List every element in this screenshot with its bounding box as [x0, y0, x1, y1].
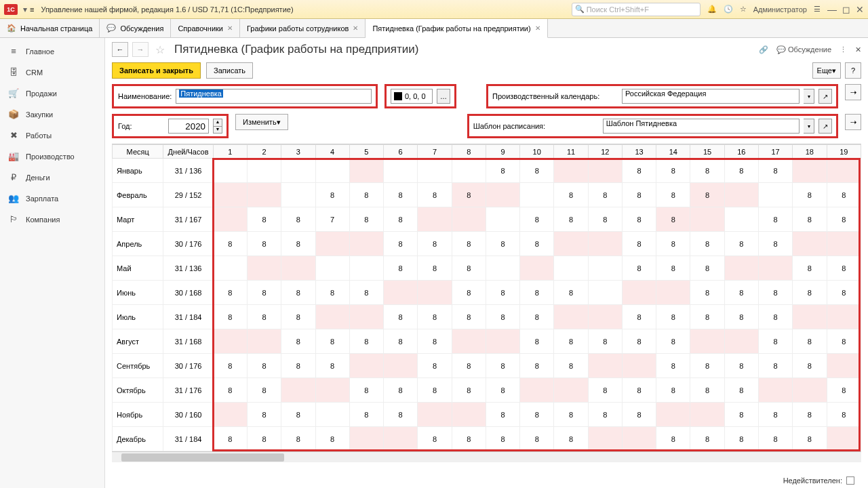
sidebar-icon: 🏭 [8, 151, 19, 161]
table-row[interactable]: Август31 / 1688888888888888 [113, 329, 861, 354]
link-icon[interactable]: 🔗 [759, 45, 768, 54]
calendar-label: Производственный календарь: [492, 92, 618, 100]
back-button[interactable]: ← [112, 42, 128, 57]
global-search[interactable]: 🔍 Поиск Ctrl+Shift+F [572, 3, 701, 16]
calendar-action-button[interactable]: ⇢ [845, 84, 861, 100]
template-dropdown[interactable]: ▾ [804, 119, 814, 134]
table-row[interactable]: Декабрь31 / 18488888888888888 [113, 427, 861, 451]
table-row[interactable]: Апрель30 / 1768888888888888 [113, 232, 861, 256]
star-icon[interactable]: ☆ [740, 5, 747, 14]
discussion-button[interactable]: 💬 Обсуждение [776, 45, 831, 54]
sidebar-icon: 🗄 [8, 67, 19, 77]
sidebar: ≡Главное🗄CRM🛒Продажи📦Закупки✖Работы🏭Прои… [0, 38, 105, 488]
tab-close-icon[interactable]: ✕ [227, 24, 233, 32]
calendar-frame: Производственный календарь: Российская Ф… [486, 84, 838, 108]
calendar-dropdown[interactable]: ▾ [804, 89, 814, 104]
sidebar-item[interactable]: 🗄CRM [0, 62, 104, 83]
invalid-checkbox[interactable] [846, 476, 854, 485]
template-open-button[interactable]: ↗ [818, 119, 832, 134]
window-title: Управление нашей фирмой, редакция 1.6 / … [41, 5, 293, 14]
year-frame: Год: ▲▼ [112, 114, 229, 138]
sidebar-icon: ₽ [8, 172, 19, 182]
change-button[interactable]: Изменить ▾ [235, 114, 288, 130]
template-action-button[interactable]: ⇢ [845, 114, 861, 130]
sidebar-item[interactable]: 📦Закупки [0, 104, 104, 125]
toolbar: Записать и закрыть Записать Еще ▾ ? [105, 61, 868, 83]
help-button[interactable]: ? [845, 62, 861, 79]
name-label: Наименование: [118, 92, 172, 100]
close-button[interactable]: ✕ [856, 4, 864, 15]
sidebar-icon: 👥 [8, 193, 19, 203]
sidebar-item[interactable]: ₽Деньги [0, 167, 104, 188]
name-frame: Наименование: Пятидневка [112, 84, 378, 108]
save-button[interactable]: Записать [206, 62, 253, 79]
table-row[interactable]: Январь31 / 1368888888 [113, 159, 861, 183]
sidebar-item[interactable]: 🏳Компания [0, 209, 104, 230]
save-close-button[interactable]: Записать и закрыть [112, 62, 201, 79]
tab[interactable]: Справочники✕ [171, 19, 240, 37]
sidebar-icon: 🏳 [8, 214, 19, 224]
page-title: Пятидневка (График работы на предприятии… [174, 43, 418, 56]
sidebar-item[interactable]: 🛒Продажи [0, 83, 104, 104]
tab-icon: 🏠 [7, 24, 16, 33]
sidebar-icon: 📦 [8, 109, 19, 119]
settings-icon[interactable]: ☰ [814, 5, 821, 14]
template-input[interactable]: Шаблон Пятидневка [603, 119, 800, 134]
calendar-input[interactable]: Российская Федерация [622, 89, 800, 104]
schedule-grid-wrap: МесяцДней/Часов1234567891011121314151617… [112, 144, 861, 488]
table-row[interactable]: Июль31 / 1848888888888888 [113, 305, 861, 329]
status-bar: Недействителен: [783, 473, 854, 488]
sidebar-item[interactable]: ✖Работы [0, 125, 104, 146]
user-label[interactable]: Администратор [753, 5, 807, 14]
search-icon: 🔍 [575, 5, 585, 14]
kebab-icon[interactable]: ⋮ [840, 45, 847, 54]
tab[interactable]: 🏠Начальная страница [0, 19, 100, 37]
table-row[interactable]: Май31 / 13688888888 [113, 256, 861, 281]
table-row[interactable]: Февраль29 / 152888888888888 [113, 183, 861, 207]
titlebar: 1C ▾ ≡ Управление нашей фирмой, редакция… [0, 0, 868, 19]
maximize-button[interactable]: ◻ [842, 4, 850, 15]
dropdown-icon[interactable]: ▾ [23, 5, 27, 14]
horizontal-scrollbar[interactable] [112, 451, 861, 462]
table-row[interactable]: Сентябрь30 / 17688888888888888 [113, 354, 861, 378]
color-input[interactable]: 0, 0, 0 [391, 89, 433, 104]
tab[interactable]: Пятидневка (График работы на предприятии… [366, 19, 547, 38]
sidebar-item[interactable]: 👥Зарплата [0, 188, 104, 209]
sidebar-item[interactable]: 🏭Производство [0, 146, 104, 167]
table-row[interactable]: Июнь30 / 16888888888888888 [113, 281, 861, 305]
schedule-grid[interactable]: МесяцДней/Часов1234567891011121314151617… [112, 144, 861, 451]
tab[interactable]: Графики работы сотрудников✕ [240, 19, 366, 37]
favorite-icon[interactable]: ☆ [155, 43, 165, 56]
tab-bar: 🏠Начальная страница💬ОбсужденияСправочник… [0, 19, 868, 38]
minimize-button[interactable]: — [827, 4, 837, 15]
document-header: ← → ☆ Пятидневка (График работы на предп… [105, 38, 868, 61]
bell-icon[interactable]: 🔔 [707, 5, 717, 14]
table-row[interactable]: Октябрь31 / 1768888888888888 [113, 378, 861, 403]
close-doc-button[interactable]: ✕ [855, 45, 861, 54]
name-input[interactable]: Пятидневка [176, 89, 372, 104]
tab-icon: 💬 [106, 24, 116, 33]
sidebar-icon: ≡ [8, 46, 19, 56]
calendar-open-button[interactable]: ↗ [818, 89, 832, 104]
tab-close-icon[interactable]: ✕ [535, 24, 540, 32]
tab[interactable]: 💬Обсуждения [100, 19, 171, 37]
menu-icon[interactable]: ≡ [30, 5, 34, 14]
color-frame: 0, 0, 0 … [384, 84, 456, 108]
template-frame: Шаблон расписания: Шаблон Пятидневка ▾ ↗ [467, 114, 838, 138]
forward-button[interactable]: → [132, 42, 149, 57]
sidebar-icon: ✖ [8, 130, 19, 140]
table-row[interactable]: Март31 / 1678878888888888 [113, 207, 861, 232]
color-picker-button[interactable]: … [437, 89, 450, 104]
more-button[interactable]: Еще ▾ [812, 62, 841, 79]
sidebar-item[interactable]: ≡Главное [0, 41, 104, 62]
vendor-logo: 1C [4, 4, 18, 15]
table-row[interactable]: Ноябрь30 / 1608888888888888 [113, 403, 861, 427]
year-label: Год: [118, 122, 132, 130]
tab-close-icon[interactable]: ✕ [353, 24, 358, 32]
clock-icon[interactable]: 🕓 [724, 5, 733, 14]
template-label: Шаблон расписания: [473, 122, 599, 130]
year-input[interactable] [168, 119, 209, 134]
year-spinner[interactable]: ▲▼ [213, 119, 222, 134]
sidebar-icon: 🛒 [8, 88, 19, 98]
